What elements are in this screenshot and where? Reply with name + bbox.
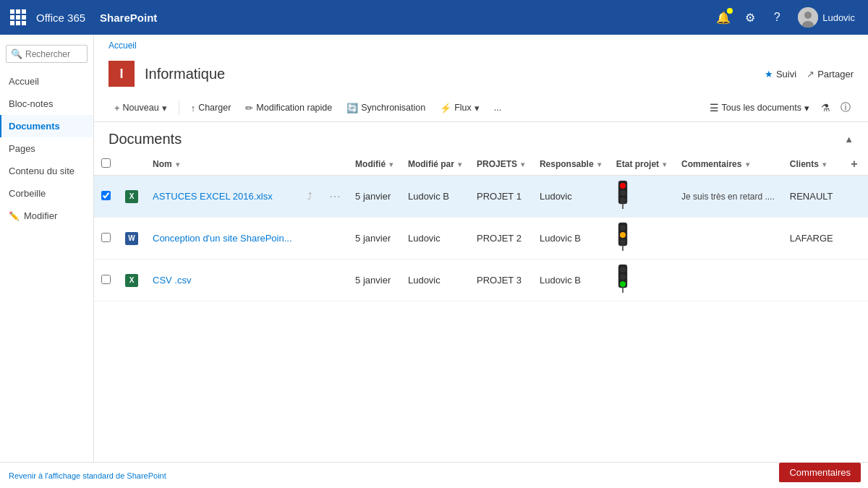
file-name-cell[interactable]: Conception d'un site SharePoin...: [145, 218, 300, 260]
sync-button[interactable]: 🔄 Synchronisation: [341, 99, 431, 117]
dots-menu-cell[interactable]: ⋯: [322, 176, 348, 218]
client-cell: [783, 260, 841, 301]
svg-point-10: [620, 232, 626, 238]
sort-icon: ▾: [521, 160, 524, 168]
search-input[interactable]: [25, 49, 82, 59]
responsable-cell: Ludovic: [532, 176, 609, 218]
sync-label: Synchronisation: [361, 103, 425, 113]
file-name-cell[interactable]: ASTUCES EXCEL 2016.xlsx: [145, 176, 300, 218]
svg-rect-7: [622, 204, 624, 209]
traffic-light-icon: [616, 180, 629, 210]
sidebar-item-label: Accueil: [9, 76, 39, 87]
follow-button[interactable]: ★ Suivi: [765, 69, 796, 80]
sidebar: 🔍 Accueil Bloc-notes Documents Pages Con…: [0, 35, 94, 488]
sidebar-item-modifier[interactable]: ✏️ Modifier: [0, 205, 93, 227]
extra-cell: [841, 176, 868, 218]
file-name[interactable]: Conception d'un site SharePoin...: [153, 233, 292, 244]
flow-button[interactable]: ⚡ Flux ▾: [434, 99, 485, 117]
add-column-button[interactable]: +: [848, 158, 860, 170]
comment-cell: [674, 218, 783, 260]
breadcrumb[interactable]: Accueil: [94, 35, 868, 53]
svg-point-15: [620, 274, 626, 280]
comment-cell: Je suis très en retard ....: [674, 176, 783, 218]
sidebar-item-bloc-notes[interactable]: Bloc-notes: [0, 93, 93, 115]
file-name-cell[interactable]: CSV .csv: [145, 260, 300, 301]
standard-view-link[interactable]: Revenir à l'affichage standard de ShareP…: [9, 471, 166, 480]
dots-menu-cell[interactable]: [322, 218, 348, 260]
share-file-cell[interactable]: ⤴: [300, 176, 322, 218]
col-modifie-par[interactable]: Modifié par ▾: [401, 153, 469, 176]
sidebar-item-contenu-du-site[interactable]: Contenu du site: [0, 160, 93, 182]
site-logo: I: [109, 61, 135, 87]
view-selector[interactable]: ☰ Tous les documents ▾: [705, 99, 814, 116]
site-header: I Informatique ★ Suivi ↗ Partager: [94, 53, 868, 94]
traffic-light-cell: [609, 218, 674, 260]
svg-point-16: [620, 281, 626, 287]
waffle-menu[interactable]: [7, 7, 29, 28]
col-commentaires[interactable]: Commentaires ▾: [674, 153, 783, 176]
modified-by-cell: Ludovic: [401, 218, 469, 260]
col-checkbox[interactable]: [94, 153, 118, 176]
comments-fixed-button[interactable]: Commentaires: [779, 463, 861, 482]
table-row[interactable]: X ASTUCES EXCEL 2016.xlsx ⤴ ⋯ 5 janvier …: [94, 176, 868, 218]
row-checkbox[interactable]: [101, 191, 111, 200]
sidebar-item-corbeille[interactable]: Corbeille: [0, 182, 93, 205]
collapse-button[interactable]: ▲: [844, 134, 854, 145]
svg-point-6: [620, 197, 626, 203]
client-cell: RENAULT: [783, 176, 841, 218]
col-responsable[interactable]: Responsable ▾: [532, 153, 609, 176]
settings-button[interactable]: ⚙: [739, 6, 762, 29]
new-button[interactable]: + Nouveau ▾: [109, 99, 173, 117]
traffic-light-icon: [616, 222, 629, 252]
pencil-icon: ✏️: [9, 211, 20, 221]
file-name[interactable]: ASTUCES EXCEL 2016.xlsx: [153, 191, 273, 202]
help-button[interactable]: ?: [765, 6, 788, 29]
col-clients[interactable]: Clients ▾: [783, 153, 841, 176]
table-row[interactable]: X CSV .csv 5 janvier Ludovic PROJET 3 Lu…: [94, 260, 868, 301]
filter-button[interactable]: ⚗: [818, 99, 833, 116]
svg-point-11: [620, 239, 626, 245]
share-file-icon[interactable]: ⤴: [307, 191, 312, 202]
office-title: Office 365: [36, 12, 85, 24]
share-file-cell[interactable]: [300, 260, 322, 301]
date-cell: 5 janvier: [348, 176, 401, 218]
more-button[interactable]: ...: [488, 99, 507, 116]
file-name[interactable]: CSV .csv: [153, 275, 191, 286]
col-nom[interactable]: Nom ▾: [145, 153, 300, 176]
col-etat-projet[interactable]: Etat projet ▾: [609, 153, 674, 176]
info-button[interactable]: ⓘ: [838, 98, 854, 117]
sidebar-item-accueil[interactable]: Accueil: [0, 70, 93, 93]
dots-menu-cell[interactable]: [322, 260, 348, 301]
share-file-cell[interactable]: [300, 218, 322, 260]
notification-button[interactable]: 🔔: [712, 6, 735, 29]
sidebar-item-label: Documents: [9, 121, 60, 132]
search-box[interactable]: 🔍: [6, 45, 88, 63]
toolbar-separator: [179, 100, 179, 115]
extra-cell: [841, 218, 868, 260]
sidebar-item-pages[interactable]: Pages: [0, 137, 93, 160]
upload-button[interactable]: ↑ Charger: [185, 99, 237, 117]
col-projets[interactable]: PROJETS ▾: [469, 153, 532, 176]
sidebar-item-label: Corbeille: [9, 188, 46, 199]
user-menu[interactable]: Ludovic: [792, 6, 861, 29]
select-all-checkbox[interactable]: [101, 158, 111, 168]
plus-icon: +: [114, 103, 120, 114]
modified-by-cell: Ludovic B: [401, 176, 469, 218]
sort-icon: ▾: [822, 160, 826, 168]
col-share-placeholder: [300, 153, 322, 176]
list-view-icon: ☰: [710, 102, 719, 114]
sidebar-item-documents[interactable]: Documents: [0, 115, 93, 137]
row-checkbox[interactable]: [101, 233, 111, 242]
row-checkbox[interactable]: [101, 275, 111, 284]
share-label: Partager: [817, 69, 854, 80]
col-modifie[interactable]: Modifié ▾: [348, 153, 401, 176]
table-row[interactable]: W Conception d'un site SharePoin... 5 ja…: [94, 218, 868, 260]
flow-icon: ⚡: [440, 103, 451, 114]
row-checkbox-cell: [94, 218, 118, 260]
sort-icon: ▾: [746, 160, 749, 168]
quick-edit-button[interactable]: ✏ Modification rapide: [239, 99, 338, 117]
share-button[interactable]: ↗ Partager: [807, 69, 854, 80]
col-add[interactable]: +: [841, 153, 868, 176]
more-options-icon[interactable]: ⋯: [329, 190, 341, 202]
quick-edit-label: Modification rapide: [256, 103, 332, 113]
